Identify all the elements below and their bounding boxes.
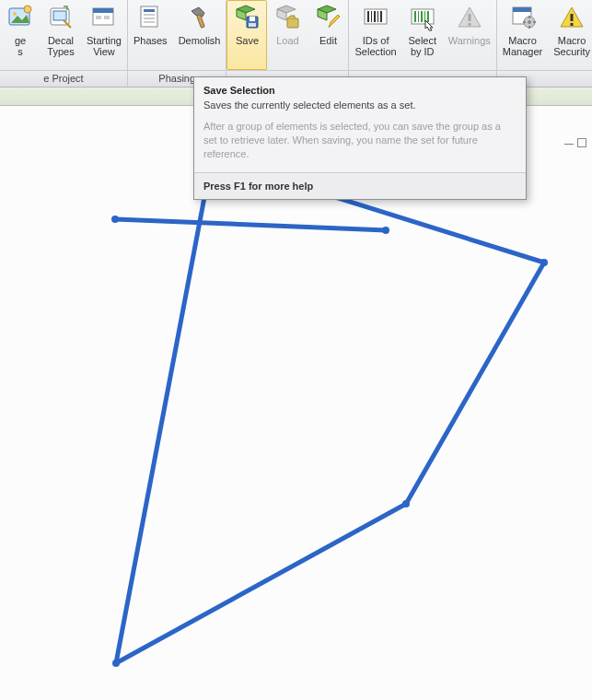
macro-manager-icon: [509, 4, 537, 31]
image-icon: [6, 4, 34, 31]
save-label: Save: [236, 35, 259, 57]
tooltip-save-selection: Save Selection Saves the currently selec…: [193, 76, 527, 200]
warnings-label: Warnings: [448, 35, 491, 57]
starting-view-label: Starting View: [87, 35, 122, 57]
hammer-icon: [186, 4, 214, 31]
ribbon-group: PhasesDemolishPhasing: [128, 0, 227, 87]
decal-types-button[interactable]: Decal Types: [41, 0, 81, 70]
group-label: e Project: [0, 70, 127, 87]
load-button: Load: [267, 0, 308, 70]
selected-polygon[interactable]: [116, 158, 544, 663]
selected-line[interactable]: [115, 219, 386, 230]
ribbon: ge sDecal TypesStarting Viewe ProjectPha…: [0, 0, 592, 88]
phases-label: Phases: [133, 35, 168, 57]
ribbon-group: Macro ManagerMacro Security: [497, 0, 592, 87]
dash-icon[interactable]: —: [564, 138, 574, 148]
images-button[interactable]: ge s: [0, 0, 41, 70]
save-selection-icon: [233, 4, 261, 31]
select-by-id-button[interactable]: Select by ID: [402, 0, 443, 70]
tooltip-footer: Press F1 for more help: [194, 172, 526, 199]
ids-of-selection-label: IDs of Selection: [354, 35, 396, 57]
load-label: Load: [276, 35, 298, 57]
tooltip-title: Save Selection: [194, 77, 526, 99]
box-icon[interactable]: [577, 138, 586, 147]
macro-manager-label: Macro Manager: [503, 35, 542, 57]
edit-button[interactable]: Edit: [308, 0, 348, 70]
view-control-icons[interactable]: —: [564, 138, 586, 148]
macro-security-label: Macro Security: [553, 35, 590, 57]
macro-manager-button[interactable]: Macro Manager: [497, 0, 548, 70]
ribbon-group: SaveLoadEdit: [226, 0, 349, 87]
select-by-id-label: Select by ID: [408, 35, 436, 57]
warnings-button: Warnings: [443, 0, 496, 70]
macro-security-button[interactable]: Macro Security: [548, 0, 592, 70]
endpoint-handle[interactable]: [111, 216, 119, 223]
endpoint-handle[interactable]: [112, 659, 120, 667]
phases-icon: [136, 4, 164, 31]
macro-security-icon: [558, 4, 586, 31]
edit-selection-icon: [314, 4, 342, 31]
decal-icon: [47, 4, 75, 31]
starting-view-button[interactable]: Starting View: [81, 0, 127, 70]
barcode-icon: [362, 4, 389, 31]
demolish-label: Demolish: [179, 35, 221, 57]
demolish-button[interactable]: Demolish: [173, 0, 226, 70]
tooltip-description: Saves the currently selected elements as…: [194, 99, 526, 120]
decal-types-label: Decal Types: [47, 35, 74, 57]
save-button[interactable]: Save: [226, 0, 267, 70]
barcode-cursor-icon: [409, 4, 436, 31]
load-selection-icon: [273, 4, 301, 31]
phases-button[interactable]: Phases: [128, 0, 173, 70]
endpoint-handle[interactable]: [382, 227, 389, 234]
images-label: ge s: [15, 35, 26, 57]
ribbon-group: IDs of SelectionSelect by IDWarnings: [349, 0, 496, 87]
ribbon-group: ge sDecal TypesStarting Viewe Project: [0, 0, 128, 87]
endpoint-handle[interactable]: [540, 259, 548, 266]
starting-view-icon: [90, 4, 118, 31]
edit-label: Edit: [319, 35, 337, 57]
warning-icon: [456, 4, 483, 31]
ids-of-selection-button[interactable]: IDs of Selection: [349, 0, 401, 70]
tooltip-detail: After a group of elements is selected, y…: [194, 120, 526, 172]
endpoint-handle[interactable]: [402, 500, 410, 508]
